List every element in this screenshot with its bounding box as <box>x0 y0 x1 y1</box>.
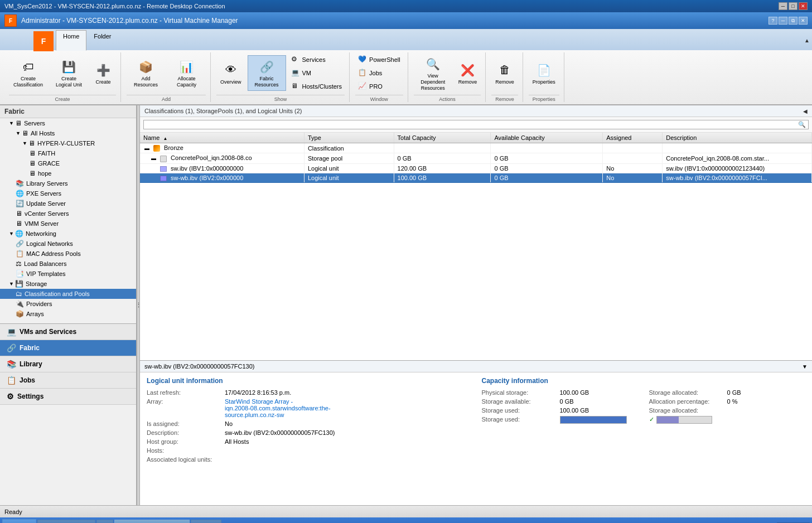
col-assigned[interactable]: Assigned <box>603 133 663 143</box>
sidebar-nav-library[interactable]: 📚 Library <box>0 356 136 372</box>
sidebar-item-logical-networks[interactable]: 🔗 Logical Networks <box>0 239 136 249</box>
create-btn[interactable]: ➕ Create <box>90 59 116 88</box>
cell-type: Storage pool <box>304 153 394 163</box>
tab-home[interactable]: Home <box>56 30 86 51</box>
properties-group-items: 📄 Properties <box>529 52 559 94</box>
cell-available-capacity: 0 GB <box>491 163 603 173</box>
content-header: Classifications (1), StoragePools (1), a… <box>140 105 812 117</box>
app-close-btn[interactable]: ✕ <box>799 17 808 25</box>
sidebar: Fabric ▼ 🖥 Servers ▼ 🖥 All Hosts ▼ 🖥 HYP… <box>0 105 137 505</box>
taskbar-jobs[interactable]: 📋 Jobs <box>191 520 221 523</box>
sidebar-nav-jobs[interactable]: 📋 Jobs <box>0 372 136 389</box>
taskbar-admin-vms[interactable]: 💻 Administrator - VM-S... <box>114 520 190 523</box>
sidebar-nav-settings[interactable]: ⚙ Settings <box>0 389 136 405</box>
app-help-btn[interactable]: ? <box>768 17 777 25</box>
sidebar-item-providers[interactable]: 🔌 Providers <box>0 299 136 309</box>
maximize-btn[interactable]: □ <box>789 2 798 10</box>
sidebar-item-all-hosts[interactable]: ▼ 🖥 All Hosts <box>0 128 136 138</box>
app-minimize-btn[interactable]: ─ <box>779 17 787 25</box>
sidebar-item-update-server[interactable]: 🔄 Update Server <box>0 198 136 209</box>
col-available-capacity[interactable]: Available Capacity <box>491 133 603 143</box>
search-input[interactable] <box>146 122 798 128</box>
close-btn[interactable]: ✕ <box>799 2 808 10</box>
show-group-label: Show <box>216 95 345 102</box>
taskbar-explorer[interactable]: 📁 <box>96 520 113 523</box>
app-title: Administrator - VM-SYSCEN-2012.plum.co.n… <box>21 17 768 25</box>
expand-bronze[interactable]: ▬ <box>144 146 149 151</box>
remove-btn[interactable]: ❌ Remove <box>455 59 481 88</box>
array-link[interactable]: StarWind Storage Array -iqn.2008-08.com.… <box>225 398 331 418</box>
app-restore-btn[interactable]: ⧉ <box>789 17 798 25</box>
remove-action-btn[interactable]: 🗑 Remove <box>491 59 518 88</box>
jobs-btn[interactable]: 📋 Jobs <box>355 67 403 79</box>
minimize-btn[interactable]: ─ <box>779 2 787 10</box>
cell-assigned: No <box>603 173 663 182</box>
ribbon-group-properties: 📄 Properties Properties <box>524 52 564 102</box>
view-dependent-resources-btn[interactable]: 🔍 View Dependent Resources <box>414 52 452 94</box>
services-icon: ⚙ <box>291 55 300 64</box>
table-row-selected[interactable]: sw-wb.ibv (IBV2:0x000000 Logical unit 10… <box>140 173 812 182</box>
sidebar-item-hope[interactable]: 🖥 hope <box>0 168 136 178</box>
detail-row-storage-allocated-2: Storage allocated: <box>649 407 741 414</box>
cell-assigned <box>603 143 663 153</box>
create-logical-unit-btn[interactable]: 💾 Create Logical Unit <box>50 55 88 91</box>
sidebar-nav-fabric[interactable]: 🔗 Fabric <box>0 340 136 356</box>
expand-concrete[interactable]: ▬ <box>151 156 156 161</box>
col-name[interactable]: Name ▲ <box>140 133 304 143</box>
sidebar-item-load-balancers[interactable]: ⚖ Load Balancers <box>0 259 136 269</box>
col-description[interactable]: Description <box>663 133 812 143</box>
properties-btn[interactable]: 📄 Properties <box>529 59 559 88</box>
collapse-content-btn[interactable]: ◀ <box>803 108 808 114</box>
create-classification-btn[interactable]: 🏷 Create Classification <box>9 55 47 91</box>
services-btn[interactable]: ⚙ Services <box>288 54 345 66</box>
sidebar-item-pxe-servers[interactable]: 🌐 PXE Servers <box>0 188 136 198</box>
table-body: ▬ Bronze Classification <box>140 143 812 182</box>
sidebar-item-vmm-server[interactable]: 🖥 VMM Server <box>0 219 136 229</box>
add-resources-btn[interactable]: 📦 Add Resources <box>127 55 165 91</box>
sidebar-item-classification-and-pools[interactable]: 🗂 Classification and Pools <box>0 289 136 299</box>
tab-folder[interactable]: Folder <box>86 30 118 50</box>
cell-name: sw.ibv (IBV1:0x000000000 <box>140 163 304 173</box>
table-row[interactable]: ▬ ConcretePool_iqn.2008-08.co Storage po… <box>140 153 812 163</box>
sidebar-item-hyper-v-cluster[interactable]: ▼ 🖥 HYPER-V-CLUSTER <box>0 138 136 148</box>
overview-btn[interactable]: 👁 Overview <box>216 59 245 88</box>
home-orb[interactable]: F <box>33 31 54 51</box>
capacity-right: Storage allocated: 0 GB Allocation perce… <box>649 389 741 426</box>
detail-collapse-btn[interactable]: ▼ <box>802 364 808 370</box>
col-type[interactable]: Type <box>304 133 394 143</box>
taskbar-server-manager[interactable]: 🖥 Server Manager <box>37 520 95 523</box>
cell-description: ConcretePool_iqn.2008-08.com.star... <box>663 153 812 163</box>
sidebar-item-networking[interactable]: ▼ 🌐 Networking <box>0 229 136 239</box>
sidebar-item-vcenter-servers[interactable]: 🖥 vCenter Servers <box>0 209 136 219</box>
sidebar-item-storage[interactable]: ▼ 💾 Storage <box>0 279 136 289</box>
remove-group-label: Remove <box>491 95 518 102</box>
sidebar-item-servers[interactable]: ▼ 🖥 Servers <box>0 118 136 128</box>
detail-row-assigned: Is assigned: No <box>147 420 471 427</box>
status-text: Ready <box>4 509 22 515</box>
sidebar-item-mac-address-pools[interactable]: 📋 MAC Address Pools <box>0 249 136 259</box>
col-total-capacity[interactable]: Total Capacity <box>394 133 491 143</box>
allocate-capacity-btn[interactable]: 📊 Allocate Capacity <box>167 55 206 91</box>
ribbon-expand[interactable]: ▲ <box>804 30 812 50</box>
hosts-clusters-btn[interactable]: 🖥 Hosts/Clusters <box>288 80 345 93</box>
create-classification-icon: 🏷 <box>20 58 37 76</box>
detail-header: sw-wb.ibv (IBV2:0x00000000057FC130) ▼ <box>140 361 812 372</box>
table-row[interactable]: sw.ibv (IBV1:0x000000000 Logical unit 12… <box>140 163 812 173</box>
sidebar-item-arrays[interactable]: 📦 Arrays <box>0 309 136 319</box>
vm-btn[interactable]: 💻 VM <box>288 67 345 79</box>
pro-btn[interactable]: 📈 PRO <box>355 80 403 93</box>
create-group-label: Create <box>9 95 116 102</box>
sidebar-item-library-servers[interactable]: 📚 Library Servers <box>0 178 136 188</box>
sidebar-item-vip-templates[interactable]: 📑 VIP Templates <box>0 269 136 279</box>
main-table: Name ▲ Type Total Capacity Available Cap… <box>140 133 812 182</box>
sidebar-item-grace[interactable]: 🖥 GRACE <box>0 158 136 168</box>
sidebar-item-faith[interactable]: 🖥 FAITH <box>0 148 136 158</box>
ribbon-content: 🏷 Create Classification 💾 Create Logical… <box>0 50 812 105</box>
actions-group-label: Actions <box>414 95 481 102</box>
sidebar-nav-vms-and-services[interactable]: 💻 VMs and Services <box>0 324 136 340</box>
table-row[interactable]: ▬ Bronze Classification <box>140 143 812 153</box>
start-button[interactable]: 🪟 Start <box>2 519 36 523</box>
remove-icon: ❌ <box>458 61 476 79</box>
fabric-resources-btn[interactable]: 🔗 Fabric Resources <box>248 55 286 91</box>
powershell-btn[interactable]: 💙 PowerShell <box>355 54 403 66</box>
